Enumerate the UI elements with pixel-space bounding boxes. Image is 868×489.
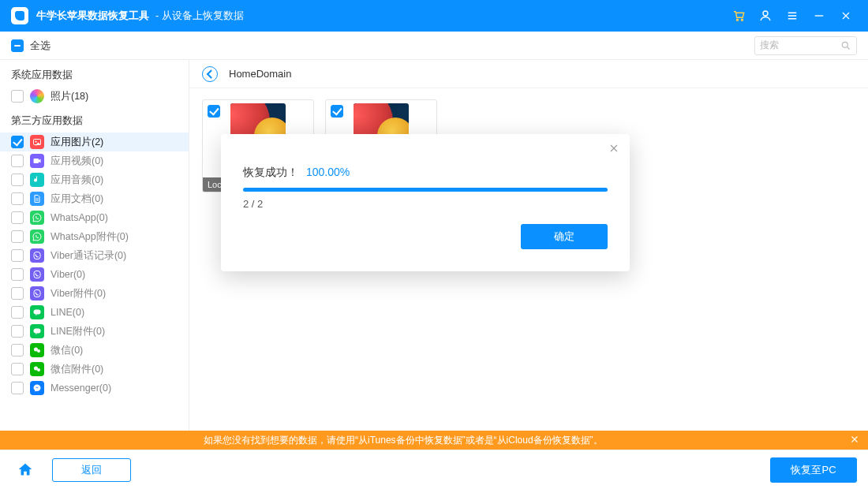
thumbnail-checkbox[interactable] — [208, 105, 220, 118]
search-input[interactable]: 搜索 — [754, 36, 857, 55]
whatsapp-icon — [30, 230, 44, 244]
sidebar-item-label: LINE(0) — [51, 307, 84, 318]
svg-point-0 — [736, 19, 738, 21]
select-all-checkbox[interactable] — [11, 39, 24, 52]
svg-rect-6 — [34, 159, 39, 163]
sidebar-item[interactable]: Viber(0) — [0, 265, 189, 284]
checkbox[interactable] — [11, 287, 24, 300]
viber-icon — [30, 267, 44, 282]
svg-point-5 — [36, 141, 37, 143]
sidebar-item-label: 微信(0) — [51, 344, 83, 357]
titlebar: 牛学长苹果数据恢复工具 - 从设备上恢复数据 — [0, 0, 868, 32]
sidebar-item-label: 应用文档(0) — [51, 192, 103, 206]
sidebar-item[interactable]: WhatsApp(0) — [0, 208, 189, 227]
user-icon[interactable] — [754, 5, 776, 27]
sidebar-item-label: LINE附件(0) — [51, 325, 105, 338]
checkbox[interactable] — [11, 363, 24, 375]
sidebar-item[interactable]: 应用文档(0) — [0, 189, 189, 208]
cart-icon[interactable] — [728, 5, 750, 27]
image-icon — [30, 135, 44, 149]
audio-icon — [30, 173, 44, 187]
svg-rect-10 — [34, 310, 41, 315]
sidebar-item[interactable]: 微信(0) — [0, 341, 189, 360]
search-icon — [840, 40, 851, 51]
checkbox[interactable] — [11, 382, 24, 394]
progress-bar-fill — [243, 188, 608, 192]
dialog-percent: 100.00% — [306, 166, 350, 178]
sidebar-item-label: 照片(18) — [51, 90, 88, 103]
dialog-ok-button[interactable]: 确定 — [521, 224, 608, 249]
sidebar-item[interactable]: Messenger(0) — [0, 379, 189, 398]
app-title: 牛学长苹果数据恢复工具 — [36, 9, 149, 23]
dialog-progress-count: 2 / 2 — [243, 198, 608, 210]
checkbox[interactable] — [11, 174, 24, 186]
checkbox[interactable] — [11, 325, 24, 338]
app-logo — [11, 7, 28, 24]
sidebar-item-label: Viber(0) — [51, 269, 85, 280]
sidebar-item[interactable]: WhatsApp附件(0) — [0, 227, 189, 246]
checkbox[interactable] — [11, 268, 24, 281]
recover-success-dialog: 恢复成功！ 100.00% 2 / 2 确定 — [221, 134, 630, 271]
checkbox[interactable] — [11, 192, 24, 205]
sidebar-item[interactable]: Viber附件(0) — [0, 284, 189, 303]
messenger-icon — [30, 381, 44, 395]
home-icon[interactable] — [11, 457, 39, 483]
back-button[interactable]: 返回 — [52, 458, 131, 482]
top-strip: 全选 搜索 — [0, 32, 868, 60]
minimize-icon[interactable] — [808, 5, 830, 27]
checkbox[interactable] — [11, 211, 24, 224]
thumbnail-checkbox[interactable] — [331, 105, 343, 118]
svg-point-1 — [741, 19, 743, 21]
checkbox[interactable] — [11, 230, 24, 243]
sidebar-item[interactable]: 微信附件(0) — [0, 360, 189, 379]
wechat-icon — [30, 362, 44, 376]
sidebar-item-label: 应用视频(0) — [51, 155, 103, 168]
select-all-label: 全选 — [30, 39, 51, 53]
sidebar-item[interactable]: Viber通话记录(0) — [0, 246, 189, 265]
menu-icon[interactable] — [781, 5, 803, 27]
sidebar-section-system: 系统应用数据 — [0, 60, 189, 87]
dialog-close-icon[interactable] — [608, 142, 620, 158]
breadcrumb: HomeDomain — [189, 60, 868, 88]
svg-point-13 — [37, 349, 40, 353]
sidebar-section-thirdparty: 第三方应用数据 — [0, 106, 189, 133]
sidebar-item[interactable]: 应用音频(0) — [0, 170, 189, 189]
sidebar-item-label: Messenger(0) — [51, 383, 111, 394]
sidebar-item-label: Viber通话记录(0) — [51, 249, 126, 263]
sidebar-item[interactable]: 应用图片(2) — [0, 133, 189, 151]
recover-to-pc-button[interactable]: 恢复至PC — [770, 457, 857, 483]
sidebar-item[interactable]: LINE(0) — [0, 303, 189, 322]
search-placeholder: 搜索 — [760, 39, 840, 52]
svg-point-3 — [842, 42, 847, 47]
line-icon — [30, 324, 44, 338]
sidebar-item-photos[interactable]: 照片(18) — [0, 87, 189, 106]
breadcrumb-back-icon[interactable] — [202, 66, 218, 82]
checkbox[interactable] — [11, 90, 24, 103]
svg-point-15 — [37, 368, 40, 371]
checkbox[interactable] — [11, 136, 24, 148]
checkbox[interactable] — [11, 249, 24, 262]
select-all[interactable]: 全选 — [0, 32, 189, 59]
footer: 返回 恢复至PC — [0, 450, 868, 489]
breadcrumb-label: HomeDomain — [229, 68, 291, 80]
line-icon — [30, 305, 44, 319]
hint-close-icon[interactable] — [849, 434, 860, 447]
checkbox[interactable] — [11, 306, 24, 319]
checkbox[interactable] — [11, 344, 24, 356]
checkbox[interactable] — [11, 155, 24, 167]
app-subtitle: - 从设备上恢复数据 — [155, 9, 244, 23]
sidebar-item-label: WhatsApp附件(0) — [51, 230, 129, 244]
progress-bar — [243, 188, 608, 192]
viber-icon — [30, 286, 44, 300]
video-icon — [30, 154, 44, 168]
viber-icon — [30, 248, 44, 263]
svg-rect-9 — [34, 290, 40, 297]
sidebar-item-label: 应用图片(2) — [51, 136, 103, 149]
close-icon[interactable] — [835, 5, 857, 27]
sidebar-item-label: Viber附件(0) — [51, 287, 106, 300]
doc-icon — [30, 192, 44, 206]
sidebar-item[interactable]: 应用视频(0) — [0, 151, 189, 170]
wechat-icon — [30, 343, 44, 357]
sidebar-item[interactable]: LINE附件(0) — [0, 322, 189, 341]
svg-rect-11 — [34, 329, 41, 334]
